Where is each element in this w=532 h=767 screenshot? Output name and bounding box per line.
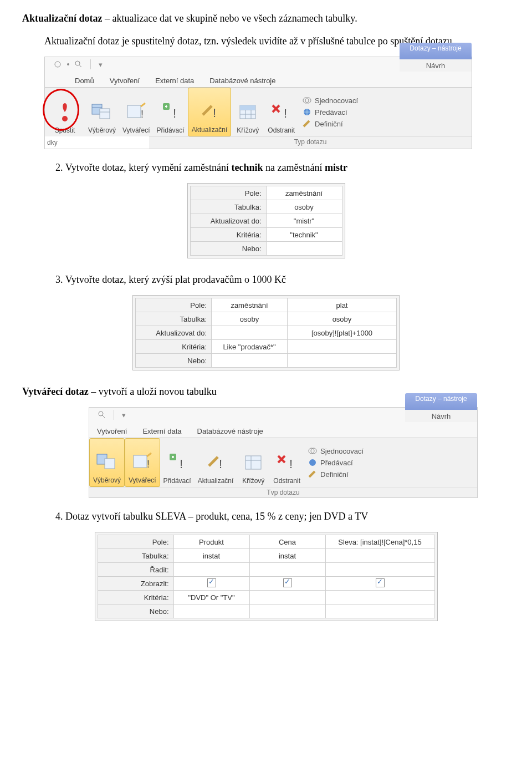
cell[interactable]: Sleva: [instat]![Cena]*0,15 [325,535,434,549]
crosstab-query-button[interactable]: Křížový [231,88,264,136]
make-table-query-button-2[interactable]: ! Vytvářecí [125,438,160,487]
cell[interactable] [325,563,434,577]
delete-query-button[interactable]: ! Odstranit [264,88,298,136]
cell[interactable]: osoby [266,200,342,214]
row-label: Kritéria: [98,591,173,605]
ribbon-tabs-2: Vytvoření Externí data Databázové nástro… [89,422,477,438]
make-table-query-button[interactable]: ! Vytvářecí [119,88,154,136]
cell[interactable]: "mistr" [266,214,342,228]
row-label: Tabulka: [190,200,266,214]
union-icon [303,96,311,104]
cell[interactable]: zaměstnání [212,298,288,312]
ribbon-toolbar: Spustit Výběrový ! Vytvářecí ! Přidávací… [45,87,472,136]
contextual-tab-title-2: Dotazy – nástroje [415,393,467,403]
passthrough-query-item[interactable]: Předávací [303,108,358,116]
svg-text:!: ! [141,109,144,120]
cell[interactable] [249,563,325,577]
query-grid-2: Pole: zaměstnání plat Tabulka: osoby oso… [132,295,400,370]
row-label: Pole: [136,298,212,312]
cell[interactable]: instat [173,549,249,563]
cell[interactable] [266,242,342,256]
cell[interactable]: [osoby]![plat]+1000 [288,326,397,340]
cell[interactable] [212,326,288,340]
tab-create[interactable]: Vytvoření [102,74,147,87]
svg-line-2 [79,65,81,67]
select-query-button-2[interactable]: Výběrový [89,438,125,487]
append-icon: ! [164,449,191,476]
update-query-button[interactable]: ! Aktualizační [188,88,232,136]
tab-home[interactable]: Domů [67,74,102,87]
definition-query-item[interactable]: Definiční [303,120,358,128]
cell[interactable] [173,563,249,577]
globe-icon [308,459,317,466]
ruler-icon [308,470,317,478]
contextual-tab-2: Dotazy – nástroje Návrh [405,393,477,423]
svg-rect-18 [240,105,255,110]
cell[interactable]: osoby [212,312,288,326]
update-label: Aktualizační [192,126,228,134]
update-label-2: Aktualizační [198,477,234,485]
tab-create-2[interactable]: Vytvoření [89,425,135,438]
tab-external-data-2[interactable]: Externí data [135,425,189,438]
cell[interactable]: Like "prodavač*" [212,340,288,354]
qat-dropdown-icon [67,63,69,65]
union-query-item-2[interactable]: Sjednocovací [308,447,364,455]
definition-label-2: Definiční [320,470,349,479]
append-query-button-2[interactable]: ! Přidávací [160,438,195,487]
run-button[interactable]: Spustit [45,88,85,136]
definition-query-item-2[interactable]: Definiční [308,470,364,479]
cell-checkbox[interactable] [325,577,434,591]
crosstab-label-2: Křížový [242,477,264,485]
cell[interactable] [249,605,325,618]
tab-external-data[interactable]: Externí data [147,74,202,87]
select-query-button[interactable]: Výběrový [85,88,119,136]
cell[interactable]: "DVD" Or "TV" [173,591,249,605]
cell[interactable] [288,340,397,354]
cell[interactable]: instat [249,549,325,563]
crosstab-query-button-2[interactable]: Křížový [237,438,270,487]
update-icon: ! [202,449,229,476]
append-query-button[interactable]: ! Přidávací [154,88,188,136]
cell[interactable] [325,549,434,563]
tab-design-2[interactable]: Návrh [405,410,477,423]
cell[interactable]: "technik" [266,228,342,242]
qat-overflow-icon: ▾ [99,60,103,69]
cell[interactable] [249,591,325,605]
select-query-icon [89,99,115,125]
cell[interactable] [212,354,288,368]
cell-checkbox[interactable] [249,577,325,591]
svg-point-23 [99,412,103,416]
union-query-item[interactable]: Sjednocovací [303,96,358,105]
n2-b: technik [232,162,263,173]
cell[interactable] [173,605,249,618]
cell[interactable]: zaměstnání [266,186,342,200]
tab-database-tools-2[interactable]: Databázové nástroje [190,425,271,438]
cell[interactable] [325,605,434,618]
row-label: Řadit: [98,563,173,577]
union-icon [308,447,317,455]
query-grid-3: Pole: Produkt Cena Sleva: [instat]![Cena… [95,532,438,621]
checkbox-icon [376,578,385,587]
svg-line-24 [103,415,105,418]
cell[interactable]: Produkt [173,535,249,549]
passthrough-query-item-2[interactable]: Předávací [308,459,364,467]
cell-checkbox[interactable] [173,577,249,591]
svg-rect-27 [134,455,147,468]
cell[interactable] [325,591,434,605]
cell[interactable]: plat [288,298,397,312]
cell[interactable]: osoby [288,312,397,326]
update-query-button-2[interactable]: ! Aktualizační [195,438,237,487]
separator [114,410,114,420]
tab-database-tools[interactable]: Databázové nástroje [202,74,283,87]
n2-d: mistr [325,162,347,173]
tab-design[interactable]: Návrh [400,59,472,73]
contextual-tab: Dotazy – nástroje Návrh [400,43,472,73]
definition-label: Definiční [315,120,343,128]
row-label: Kritéria: [190,228,266,242]
ribbon-footer: dky Typ dotazu [45,136,472,149]
svg-rect-26 [105,459,115,469]
cell[interactable]: Cena [249,535,325,549]
cell[interactable] [288,354,397,368]
svg-text:!: ! [173,106,176,120]
delete-query-button-2[interactable]: ! Odstranit [270,438,304,487]
